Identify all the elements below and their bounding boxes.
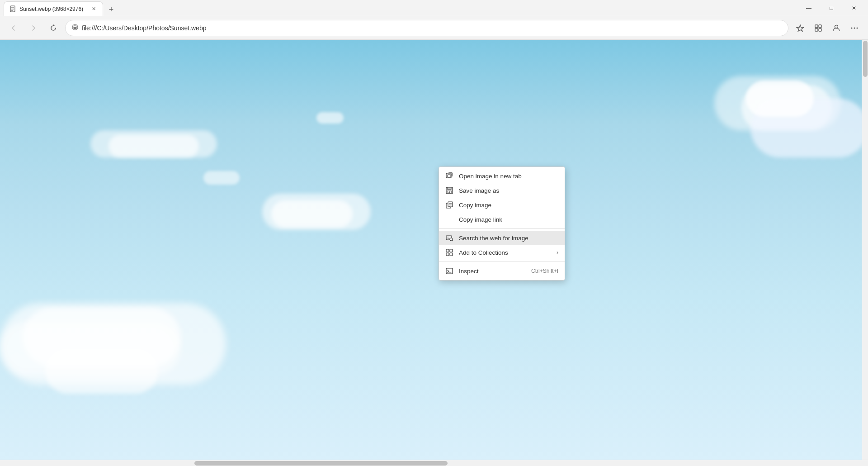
menu-item-search-web[interactable]: Search the web for image <box>439 231 565 245</box>
lock-icon <box>72 24 78 32</box>
vertical-scrollbar-thumb[interactable] <box>863 41 868 77</box>
search-web-icon <box>445 234 453 242</box>
menu-label-inspect: Inspect <box>459 268 526 275</box>
cloud-upper-right <box>642 76 868 176</box>
close-button[interactable]: ✕ <box>844 1 864 15</box>
cloud-lower-left <box>0 290 316 403</box>
nav-bar: file:///C:/Users/Desktop/Photos/Sunset.w… <box>0 16 868 40</box>
separator-1 <box>439 228 565 229</box>
menu-item-add-collections[interactable]: Add to Collections › <box>439 245 565 260</box>
collections-icon <box>445 248 453 257</box>
title-bar: Sunset.webp (3968×2976) ✕ + — □ ✕ <box>0 0 868 16</box>
menu-item-open-new-tab[interactable]: Open image in new tab <box>439 169 565 183</box>
address-bar[interactable]: file:///C:/Users/Desktop/Photos/Sunset.w… <box>65 20 788 36</box>
svg-rect-29 <box>446 253 449 256</box>
inspect-icon <box>445 267 453 275</box>
window-controls: — □ ✕ <box>798 1 864 15</box>
menu-label-save-image: Save image as <box>459 187 558 194</box>
menu-label-copy-image: Copy image <box>459 202 558 209</box>
menu-label-copy-image-link: Copy image link <box>459 216 558 223</box>
cloud-center <box>90 130 226 166</box>
svg-rect-30 <box>450 253 453 256</box>
svg-rect-20 <box>448 202 453 207</box>
horizontal-scrollbar-thumb[interactable] <box>194 461 448 466</box>
svg-point-11 <box>851 27 853 29</box>
new-tab-button[interactable]: + <box>105 3 118 16</box>
page-content: Open image in new tab Save image as <box>0 40 868 466</box>
tab-bar: Sunset.webp (3968×2976) ✕ + <box>4 0 798 16</box>
active-tab[interactable]: Sunset.webp (3968×2976) ✕ <box>4 1 103 16</box>
collections-button[interactable] <box>810 20 826 36</box>
reload-button[interactable] <box>45 20 61 36</box>
tab-title: Sunset.webp (3968×2976) <box>19 6 87 12</box>
profile-button[interactable] <box>828 20 844 36</box>
svg-rect-6 <box>815 25 818 28</box>
horizontal-scrollbar[interactable] <box>0 460 868 466</box>
svg-point-13 <box>857 27 858 29</box>
menu-label-search-web: Search the web for image <box>459 235 558 242</box>
sky-background <box>0 40 868 466</box>
tab-page-icon <box>9 5 17 13</box>
svg-point-12 <box>854 27 855 29</box>
copy-image-link-icon <box>445 215 453 223</box>
svg-rect-5 <box>74 27 77 29</box>
favorites-button[interactable] <box>792 20 808 36</box>
forward-button[interactable] <box>25 20 42 36</box>
svg-rect-15 <box>448 175 451 177</box>
svg-line-26 <box>452 240 453 241</box>
svg-rect-7 <box>819 25 821 28</box>
browser-window: Sunset.webp (3968×2976) ✕ + — □ ✕ file:/… <box>0 0 868 466</box>
menu-item-copy-image[interactable]: Copy image <box>439 198 565 212</box>
copy-image-icon <box>445 201 453 209</box>
vertical-scrollbar[interactable] <box>862 40 868 466</box>
more-button[interactable] <box>846 20 863 36</box>
collections-submenu-chevron: › <box>557 249 558 256</box>
menu-item-copy-image-link[interactable]: Copy image link <box>439 212 565 227</box>
open-new-tab-icon <box>445 172 453 180</box>
url-text: file:///C:/Users/Desktop/Photos/Sunset.w… <box>82 24 782 32</box>
menu-label-add-collections: Add to Collections <box>459 249 551 256</box>
save-image-icon <box>445 186 453 195</box>
back-button[interactable] <box>5 20 22 36</box>
cloud-small-2 <box>203 171 240 185</box>
menu-item-save-image[interactable]: Save image as <box>439 183 565 198</box>
inspect-shortcut: Ctrl+Shift+I <box>531 268 558 274</box>
cloud-mid <box>262 194 380 239</box>
cloud-small-1 <box>316 112 344 124</box>
minimize-button[interactable]: — <box>798 1 819 15</box>
maximize-button[interactable]: □ <box>821 1 842 15</box>
menu-item-inspect[interactable]: Inspect Ctrl+Shift+I <box>439 264 565 278</box>
svg-rect-28 <box>450 249 453 252</box>
svg-rect-8 <box>815 29 818 31</box>
toolbar-right <box>792 20 863 36</box>
svg-rect-27 <box>446 249 449 252</box>
svg-rect-9 <box>819 29 821 31</box>
menu-label-open-new-tab: Open image in new tab <box>459 173 558 180</box>
separator-2 <box>439 262 565 262</box>
svg-rect-17 <box>448 187 451 190</box>
context-menu: Open image in new tab Save image as <box>439 166 565 281</box>
tab-close-button[interactable]: ✕ <box>90 5 97 13</box>
